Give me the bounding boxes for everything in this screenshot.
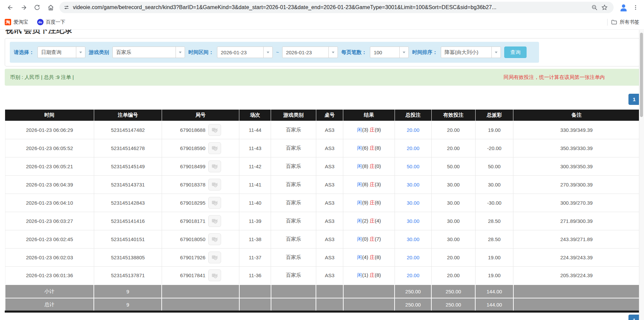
cell-total-bet[interactable]: 30.00 (407, 236, 420, 242)
bookmark-taobao[interactable]: 淘 爱淘宝 (5, 19, 28, 25)
home-button[interactable] (45, 2, 56, 13)
cell-payout: 19.00 (475, 266, 513, 285)
back-button[interactable] (4, 2, 16, 13)
cell-table-no: AS3 (316, 175, 343, 194)
cell-note: 270.39/300.39 (513, 175, 640, 194)
cell-payout: 19.00 (475, 248, 513, 266)
result-player-label: 闲 (357, 145, 362, 151)
scrollbar-thumb[interactable] (640, 33, 643, 117)
cell-total-bet[interactable]: 30.00 (407, 200, 420, 206)
bet-records-table: 时间 注单编号 局号 场次 游戏类别 桌号 结果 总投注 有效投注 总派彩 备注… (5, 110, 640, 313)
taobao-icon: 淘 (5, 19, 11, 25)
cell-result: 闲(2) 庄(4) (343, 212, 395, 230)
col-round-id: 局号 (162, 110, 239, 121)
profile-avatar (619, 3, 628, 12)
table-row: 2026-01-23 06:06:29 523145147482 6790186… (5, 121, 640, 139)
browser-menu-button[interactable] (630, 2, 641, 13)
cell-total-bet[interactable]: 30.00 (407, 182, 420, 187)
table-row: 2026-01-23 06:04:10 523145142843 6790182… (5, 194, 640, 212)
url-text[interactable]: videoie.com/game/betrecord_search/kind3?… (73, 4, 589, 10)
result-banker-score: (4) (375, 218, 381, 224)
summary-alert-bar: 币别 : 人民币 | 总共 :9 注单 | 同局有效投注，统一计算在该局第一张注… (5, 69, 640, 86)
result-player-score: (3) (362, 127, 370, 133)
cell-payout: 19.00 (475, 121, 513, 139)
subtotal-label: 小计 (5, 285, 94, 298)
cell-payout: 30.00 (475, 175, 513, 194)
game-type-select[interactable]: 百家乐 (112, 47, 185, 58)
video-replay-button[interactable] (208, 124, 221, 136)
cell-note: 243.39/271.89 (513, 230, 640, 248)
cell-game-type: 百家乐 (271, 194, 316, 212)
url-bar[interactable]: videoie.com/game/betrecord_search/kind3?… (59, 2, 614, 13)
total-row: 总计 9 250.00 250.00 144.00 (5, 298, 640, 312)
cell-valid-bet: 20.00 (431, 121, 475, 139)
cell-payout: 50.00 (475, 157, 513, 175)
table-row: 2026-01-23 06:04:39 523145143731 6790183… (5, 175, 640, 194)
table-row: 2026-01-23 06:05:21 523145145149 6790184… (5, 157, 640, 175)
total-valid-bet: 250.00 (431, 298, 475, 312)
subtotal-count: 9 (94, 285, 162, 298)
forward-icon (20, 4, 27, 11)
cell-bet-id: 523145141416 (94, 212, 162, 230)
col-note: 备注 (513, 110, 640, 121)
site-info-icon[interactable] (63, 4, 70, 10)
bookmark-baidu[interactable]: du 百度一下 (37, 19, 65, 25)
cell-total-bet[interactable]: 20.00 (407, 145, 420, 151)
result-player-label: 闲 (357, 254, 362, 260)
bookmark-star-button[interactable] (599, 2, 610, 12)
cell-total-bet[interactable]: 20.00 (407, 272, 420, 278)
cell-table-no: AS3 (316, 230, 343, 248)
cell-total-bet[interactable]: 20.00 (407, 127, 420, 133)
date-end-select[interactable]: 2026-01-23 (282, 47, 338, 58)
chevron-down-icon (328, 47, 338, 58)
video-replay-icon (211, 199, 218, 206)
page-scrollbar[interactable] (639, 30, 644, 320)
video-replay-button[interactable] (208, 252, 221, 263)
cell-valid-bet: 30.00 (431, 230, 475, 248)
col-valid-bet: 有效投注 (431, 110, 475, 121)
page-1-button-bottom[interactable]: 1 (628, 315, 640, 320)
search-button[interactable]: 查询 (504, 47, 527, 58)
result-banker-score: (6) (375, 200, 381, 205)
cell-bet-id: 523145137871 (94, 266, 162, 285)
forward-button[interactable] (18, 2, 29, 13)
filter-card: 请选择： 日期查询 游戏类别 百家乐 时间区间： 2026-01-23 ~ 20… (5, 38, 640, 66)
result-banker-score: (7) (375, 236, 381, 242)
profile-button[interactable] (618, 2, 629, 13)
page-size-select[interactable]: 100 (370, 47, 409, 58)
date-start-select[interactable]: 2026-01-23 (217, 47, 273, 58)
video-replay-button[interactable] (208, 233, 221, 245)
reload-button[interactable] (31, 2, 43, 13)
page-size-label: 每页笔数： (341, 49, 367, 56)
cell-total-bet[interactable]: 20.00 (407, 255, 420, 260)
chevron-down-icon (399, 47, 408, 58)
cell-result: 闲(1) 庄(8) (343, 266, 395, 285)
cell-session: 11-41 (239, 175, 271, 194)
page-1-button[interactable]: 1 (628, 94, 640, 105)
cell-table-no: AS3 (316, 248, 343, 266)
video-replay-button[interactable] (208, 161, 221, 172)
video-replay-button[interactable] (208, 197, 221, 209)
result-player-label: 闲 (357, 127, 362, 133)
cell-result: 闲(0) 庄(7) (343, 230, 395, 248)
video-replay-button[interactable] (208, 179, 221, 191)
video-replay-button[interactable] (208, 142, 221, 154)
sort-select[interactable]: 降冪(由大到小) (441, 47, 501, 58)
zoom-out-button[interactable] (589, 2, 599, 12)
query-type-select[interactable]: 日期查询 (37, 47, 85, 58)
chevron-down-icon (76, 47, 85, 58)
video-replay-button[interactable] (208, 269, 221, 281)
cell-total-bet[interactable]: 30.00 (407, 218, 420, 224)
pagination-bottom: 1 (5, 315, 640, 320)
cell-game-type: 百家乐 (271, 175, 316, 194)
video-replay-button[interactable] (208, 215, 221, 227)
col-table-no: 桌号 (316, 110, 343, 121)
cell-payout: -20.00 (475, 139, 513, 157)
all-bookmarks-button[interactable]: 所有书签 (611, 19, 639, 25)
cell-bet-id: 523145147482 (94, 121, 162, 139)
cell-total-bet[interactable]: 50.00 (407, 164, 420, 169)
page-title: 视讯 会员下注纪录 (5, 30, 73, 35)
baidu-icon: du (37, 19, 44, 25)
cell-round-id: 679017841 (180, 272, 205, 278)
cell-session: 11-37 (239, 248, 271, 266)
